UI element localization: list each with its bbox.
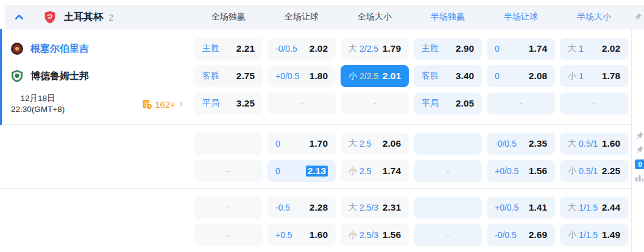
odds-cell-empty: - — [194, 133, 263, 155]
odds-cell-empty: - — [267, 93, 336, 114]
odds-cell[interactable]: 大12.02 — [560, 38, 628, 60]
odds-cell[interactable]: 主胜2.90 — [414, 38, 482, 60]
odds-cell[interactable]: 大2.5/32.31 — [341, 197, 409, 219]
odds-cell[interactable]: 小1/1.51.49 — [560, 224, 628, 246]
odds-cell[interactable]: 大2/2.51.79 — [341, 38, 409, 60]
chevron-up-icon[interactable] — [12, 10, 26, 24]
odds-cell[interactable]: -0.52.28 — [267, 197, 336, 219]
odds-section: -01.70大2.52.06--0/0.52.35大0.5/11.60-02.1… — [0, 124, 632, 188]
odds-cell-empty: - — [414, 133, 482, 155]
history-clock-icon — [142, 99, 152, 110]
odds-cell[interactable]: 小2/2.52.01 — [341, 65, 409, 87]
odds-cell[interactable]: 大0.5/11.60 — [560, 133, 628, 155]
odds-cell[interactable]: 小0.5/12.25 — [560, 160, 628, 182]
home-team-row[interactable]: 根塞尔伯里吉 — [0, 38, 192, 60]
markets-count: 162+ — [155, 99, 175, 110]
odds-cell[interactable]: 小2.51.74 — [341, 160, 409, 182]
match-date: 12月18日 — [11, 93, 65, 104]
odds-cell-empty: - — [194, 224, 263, 246]
odds-cell[interactable]: -0/0.52.69 — [487, 224, 555, 246]
odds-cell[interactable]: +0.51.60 — [267, 224, 336, 246]
pin-icon[interactable] — [635, 145, 644, 155]
odds-cell[interactable]: 客胜3.40 — [414, 65, 482, 87]
bars-icon[interactable] — [635, 174, 643, 183]
odds-cell[interactable]: 02.08 — [487, 65, 555, 87]
pin-icon[interactable] — [635, 131, 644, 141]
odds-cell-empty: - — [560, 93, 628, 114]
odds-cell-empty: - — [414, 197, 482, 219]
match-datetime: 12月18日 22:30(GMT+8) — [11, 93, 65, 115]
odds-cell[interactable]: 客胜2.75 — [194, 65, 263, 87]
odds-cell[interactable]: 02.13 — [267, 160, 336, 182]
away-team-name: 博德鲁姆士邦 — [30, 70, 89, 83]
match-time: 22:30(GMT+8) — [11, 104, 65, 115]
odds-cell[interactable]: +0/0.51.56 — [487, 160, 555, 182]
odds-row: 客胜2.75+0/0.51.80小2/2.52.01客胜3.4002.08小11… — [192, 65, 632, 87]
odds-sections: 主胜2.21-0/0.52.02大2/2.51.79主胜2.9001.74大12… — [0, 29, 632, 252]
odds-section: --0.52.28大2.5/32.31-+0/0.51.41大1/1.52.44… — [0, 188, 632, 252]
chevron-right-icon — [177, 100, 185, 108]
odds-cell[interactable]: 小11.78 — [560, 65, 628, 87]
home-team-name: 根塞尔伯里吉 — [30, 43, 89, 55]
odds-cell[interactable]: -0/0.52.02 — [267, 38, 336, 60]
league-match-count: 2 — [108, 12, 113, 23]
odds-cell[interactable]: +0/0.51.41 — [487, 197, 555, 219]
league-logo-icon — [43, 10, 57, 24]
odds-cell[interactable]: 小2.5/31.56 — [341, 224, 409, 246]
odds-cell[interactable]: 平局3.25 — [194, 93, 263, 114]
more-markets-button[interactable]: 162+ — [142, 99, 185, 110]
odds-cell[interactable]: -0/0.52.35 — [487, 133, 555, 155]
odds-cell-empty: - — [487, 93, 555, 114]
league-header-left: 土耳其杯 2 — [5, 10, 192, 24]
column-headers: 全场独赢全场让球全场大小半场独赢半场让球半场大小 — [192, 12, 631, 23]
column-header-full: 全场独赢 — [192, 12, 265, 23]
odds-cell[interactable]: 01.74 — [487, 38, 555, 60]
league-header: 土耳其杯 2 全场独赢全场让球全场大小半场独赢半场让球半场大小 — [5, 5, 644, 29]
odds-count-badge[interactable]: 0 — [635, 159, 644, 169]
odds-cell-empty: - — [194, 160, 263, 182]
odds-table-body: 根塞尔伯里吉 博德鲁姆士邦 12月18日 22:30(GMT+8) — [0, 29, 644, 252]
odds-row: -02.13小2.51.74-+0/0.51.56小0.5/12.25 — [192, 160, 632, 182]
column-header-half: 半场大小 — [557, 12, 631, 23]
away-team-logo-icon — [10, 69, 24, 83]
odds-row: 主胜2.21-0/0.52.02大2/2.51.79主胜2.9001.74大12… — [192, 38, 632, 60]
odds-cell-empty: - — [341, 93, 409, 114]
odds-cell[interactable]: 01.70 — [267, 133, 336, 155]
column-header-full: 全场大小 — [338, 12, 411, 23]
column-header-half: 半场独赢 — [411, 12, 484, 23]
odds-cell-empty: - — [194, 197, 263, 219]
odds-row: --0.52.28大2.5/32.31-+0/0.51.41大1/1.52.44 — [192, 197, 632, 219]
right-rail: 0 — [631, 29, 644, 252]
odds-cell-empty: - — [414, 160, 482, 182]
odds-row: -01.70大2.52.06--0/0.52.35大0.5/11.60 — [192, 133, 632, 155]
league-title: 土耳其杯 — [64, 11, 103, 24]
odds-cell[interactable]: 平局2.05 — [414, 93, 482, 114]
odds-row: 平局3.25--平局2.05-- — [192, 93, 632, 114]
column-header-full: 全场让球 — [265, 12, 338, 23]
odds-row: -+0.51.60小2.5/31.56--0/0.52.69小1/1.51.49 — [192, 224, 632, 246]
pin-icon[interactable] — [631, 13, 644, 22]
match-meta-row: 12月18日 22:30(GMT+8) 162+ — [0, 91, 192, 117]
odds-cell[interactable]: 大1/1.52.44 — [560, 197, 628, 219]
odds-cell-empty: - — [414, 224, 482, 246]
odds-cell[interactable]: 主胜2.21 — [194, 38, 263, 60]
odds-cell[interactable]: +0/0.51.80 — [267, 65, 336, 87]
home-team-logo-icon — [10, 42, 24, 55]
odds-cell[interactable]: 大2.52.06 — [341, 133, 409, 155]
column-header-half: 半场让球 — [484, 12, 557, 23]
away-team-row[interactable]: 博德鲁姆士邦 — [0, 65, 192, 87]
rail-icons: 0 — [635, 131, 644, 183]
